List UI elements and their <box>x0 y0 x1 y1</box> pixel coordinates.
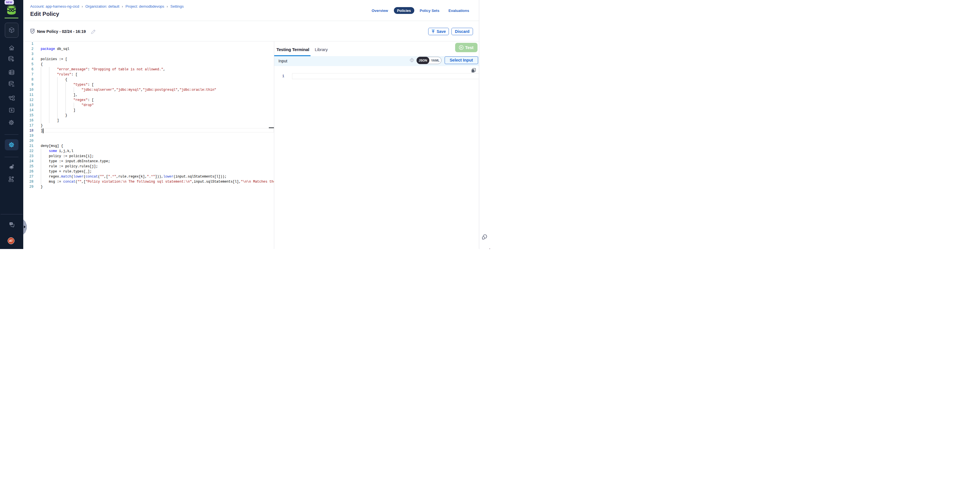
svg-text:?: ? <box>11 223 12 225</box>
svg-text:</>: </> <box>410 59 414 62</box>
